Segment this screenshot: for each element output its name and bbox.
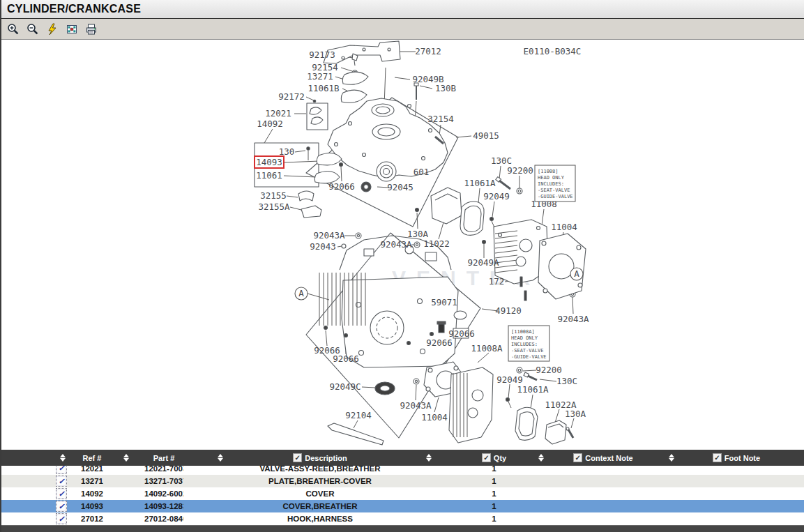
description-column-checkbox[interactable]: ✓ bbox=[293, 453, 302, 462]
diagram-panel: VENTURE bbox=[1, 40, 804, 450]
zoom-in-button[interactable] bbox=[6, 22, 21, 37]
part-label[interactable]: 130B bbox=[435, 83, 456, 93]
header-foot-note[interactable]: ✓ Foot Note bbox=[704, 453, 768, 462]
note-text-line: -SEAT-VALVE bbox=[511, 348, 543, 354]
header-sort-description[interactable] bbox=[383, 454, 474, 462]
hotspot-image-button[interactable] bbox=[64, 22, 79, 37]
part-label[interactable]: 130C bbox=[491, 155, 512, 166]
part-label[interactable]: 92049 bbox=[496, 374, 523, 385]
header-part[interactable]: Part # bbox=[144, 454, 183, 462]
note-text-line: HEAD ONLY bbox=[511, 335, 538, 341]
flash-button[interactable] bbox=[45, 22, 60, 37]
view-marker-label: A bbox=[574, 268, 579, 279]
part-label[interactable]: 92200 bbox=[507, 165, 533, 176]
part-label[interactable]: 92049A bbox=[467, 257, 499, 268]
part-label[interactable]: 14093 bbox=[256, 157, 282, 167]
note-text-line: -GUIDE-VALVE bbox=[538, 194, 573, 199]
cell-part: 14093-1283 bbox=[144, 502, 183, 510]
part-label[interactable]: 92045 bbox=[387, 182, 414, 192]
part-label[interactable]: 32155A bbox=[258, 202, 290, 212]
part-label[interactable]: 92066 bbox=[333, 354, 359, 364]
table-row[interactable]: ✓1327113271-7037PLATE,BREATHER-COVER1 bbox=[1, 475, 804, 487]
part-label[interactable]: 49015 bbox=[473, 130, 499, 141]
cell-qty: 1 bbox=[474, 489, 514, 498]
part-label[interactable]: 11061A bbox=[517, 384, 549, 395]
table-row[interactable]: ✓1202112021-7003VALVE-ASSY-REED,BREATHER… bbox=[1, 466, 804, 475]
header-qty[interactable]: ✓ Qty bbox=[474, 453, 514, 462]
part-label[interactable]: 92043A bbox=[313, 230, 345, 241]
printer-icon bbox=[85, 23, 98, 36]
cell-description: COVER bbox=[257, 489, 383, 498]
row-select-icon[interactable]: ✓ bbox=[56, 501, 67, 512]
part-label[interactable]: 92043A bbox=[557, 314, 589, 324]
part-label[interactable]: 12021 bbox=[265, 108, 291, 119]
table-row[interactable]: ✓1409314093-1283COVER,BREATHER1 bbox=[1, 500, 804, 512]
part-label[interactable]: 92200 bbox=[536, 365, 562, 375]
part-label[interactable]: 11061B bbox=[308, 83, 339, 93]
part-label[interactable]: 11061A bbox=[464, 178, 496, 188]
part-label[interactable]: 92043A bbox=[380, 239, 412, 250]
part-label[interactable]: 11061 bbox=[256, 170, 282, 181]
part-label[interactable]: 32155 bbox=[260, 190, 287, 201]
cell-qty: 1 bbox=[474, 466, 514, 473]
table-row[interactable]: ✓1409214092-6002COVER1 bbox=[1, 487, 804, 500]
lightning-icon bbox=[46, 23, 59, 36]
exploded-diagram-canvas[interactable]: VENTURE bbox=[1, 40, 804, 450]
part-label[interactable]: 601 bbox=[414, 167, 430, 177]
zoom-out-button[interactable] bbox=[25, 22, 40, 37]
part-label[interactable]: 27012 bbox=[415, 46, 441, 56]
parts-table-header: Ref # Part # ✓ Description ✓ Qty ✓ Conte… bbox=[1, 450, 804, 466]
part-label[interactable]: 92066 bbox=[328, 181, 355, 192]
qty-column-checkbox[interactable]: ✓ bbox=[482, 453, 491, 462]
part-label[interactable]: 130A bbox=[565, 409, 586, 419]
cell-ref: 14093 bbox=[77, 502, 107, 510]
part-label[interactable]: 13271 bbox=[307, 71, 333, 82]
sort-icon bbox=[538, 454, 544, 462]
context-note-column-checkbox[interactable]: ✓ bbox=[573, 453, 582, 462]
toolbar bbox=[1, 19, 804, 40]
part-label[interactable]: 92104 bbox=[345, 410, 372, 420]
cell-qty: 1 bbox=[474, 477, 514, 485]
cell-part: 12021-7003 bbox=[144, 466, 183, 473]
cell-ref: 12021 bbox=[77, 466, 107, 473]
header-sort-qty[interactable] bbox=[514, 454, 568, 462]
part-label[interactable]: 130 bbox=[279, 146, 295, 157]
part-label[interactable]: 92049 bbox=[483, 191, 510, 202]
parts-catalog-window: CYLINDER/CRANKCASE bbox=[0, 0, 804, 532]
print-button[interactable] bbox=[84, 22, 99, 37]
header-sort-context[interactable] bbox=[639, 454, 704, 462]
sort-icon[interactable] bbox=[60, 454, 66, 462]
part-label[interactable]: 92172 bbox=[278, 91, 305, 102]
cell-description: VALVE-ASSY-REED,BREATHER bbox=[257, 466, 383, 473]
part-label[interactable]: 32154 bbox=[427, 114, 454, 124]
part-label[interactable]: 130A bbox=[407, 229, 429, 239]
part-label[interactable]: 92043A bbox=[400, 400, 432, 411]
part-label[interactable]: 92043 bbox=[310, 241, 336, 252]
part-label[interactable]: 172 bbox=[489, 276, 505, 287]
cell-qty: 1 bbox=[474, 515, 514, 523]
part-label[interactable]: 11004 bbox=[551, 222, 577, 232]
header-description[interactable]: ✓ Description bbox=[257, 453, 383, 462]
foot-note-column-checkbox[interactable]: ✓ bbox=[713, 453, 722, 462]
row-select-icon[interactable]: ✓ bbox=[56, 488, 67, 499]
row-select-icon[interactable]: ✓ bbox=[56, 466, 67, 474]
part-label[interactable]: 11022 bbox=[423, 238, 450, 249]
table-row[interactable]: ✓2701227012-0846HOOK,HARNESS1 bbox=[1, 512, 804, 525]
part-label[interactable]: 59071 bbox=[431, 297, 457, 307]
part-label[interactable]: 92049C bbox=[329, 381, 361, 392]
header-select-column[interactable] bbox=[1, 454, 77, 462]
part-label[interactable]: 11004 bbox=[421, 412, 448, 423]
part-label[interactable]: 92066 bbox=[426, 337, 453, 348]
part-label[interactable]: 130C bbox=[556, 376, 577, 386]
header-ref[interactable]: Ref # bbox=[77, 454, 107, 462]
header-sort-part[interactable] bbox=[183, 454, 257, 462]
row-select-icon[interactable]: ✓ bbox=[56, 476, 67, 487]
part-label[interactable]: 92173 bbox=[309, 50, 335, 60]
part-label[interactable]: 11008A bbox=[471, 343, 503, 354]
row-select-icon[interactable]: ✓ bbox=[56, 513, 67, 524]
part-label[interactable]: 49120 bbox=[495, 305, 522, 316]
header-context-note[interactable]: ✓ Context Note bbox=[568, 453, 639, 462]
header-sort-ref[interactable] bbox=[107, 454, 144, 462]
part-label[interactable]: E0110-B034C bbox=[524, 46, 582, 56]
part-label[interactable]: 14092 bbox=[257, 119, 283, 129]
